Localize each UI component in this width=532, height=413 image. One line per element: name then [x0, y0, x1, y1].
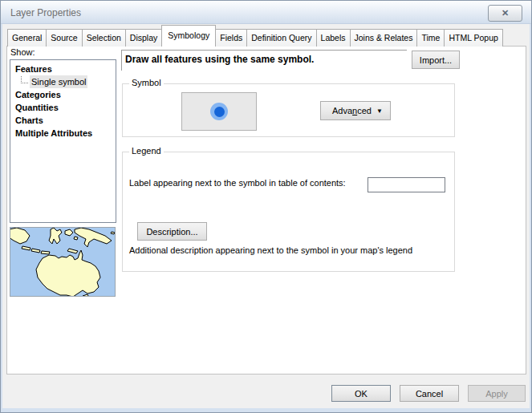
- tree-item-quantities[interactable]: Quantities: [10, 101, 116, 114]
- tab-definition-query[interactable]: Definition Query: [246, 29, 316, 47]
- tab-labels[interactable]: Labels: [316, 29, 351, 47]
- description-button[interactable]: Description...: [137, 222, 207, 241]
- import-button[interactable]: Import...: [412, 51, 460, 69]
- tab-joins-relates[interactable]: Joins & Relates: [350, 29, 418, 47]
- symbol-preview-button[interactable]: [181, 92, 257, 131]
- apply-button: Apply: [468, 385, 526, 402]
- tree-item-features[interactable]: Features: [10, 63, 116, 75]
- tree-item-single-symbol[interactable]: Single symbol: [10, 75, 116, 88]
- legend-label-caption: Label appearing next to the symbol in ta…: [129, 178, 346, 188]
- tree-item-multiple-attributes[interactable]: Multiple Attributes: [10, 127, 116, 140]
- ok-button[interactable]: OK: [331, 385, 391, 402]
- renderer-tree: Features Single symbol Categories Quanti…: [10, 59, 116, 223]
- tree-connector: [21, 76, 28, 83]
- cancel-button[interactable]: Cancel: [400, 385, 459, 402]
- tab-general[interactable]: General: [7, 29, 47, 47]
- symbol-groupbox-title: Symbol: [129, 78, 164, 87]
- close-button[interactable]: ✕: [488, 5, 522, 22]
- map-preview: [10, 227, 116, 297]
- tab-strip: General Source Selection Display Symbolo…: [7, 25, 502, 47]
- window-title: Layer Properties: [10, 7, 81, 18]
- renderer-heading: Draw all features using the same symbol.: [121, 50, 407, 71]
- tab-source[interactable]: Source: [46, 29, 82, 47]
- tree-item-categories[interactable]: Categories: [10, 88, 116, 101]
- tab-symbology[interactable]: Symbology: [161, 25, 216, 47]
- show-label: Show:: [10, 47, 35, 57]
- legend-label-input[interactable]: [368, 177, 445, 192]
- advanced-dropdown-button[interactable]: Advanced ▼: [320, 101, 391, 120]
- symbol-groupbox: Symbol: [122, 83, 455, 137]
- map-preview-svg: [10, 228, 115, 296]
- point-symbol-icon: [214, 107, 225, 117]
- tab-display[interactable]: Display: [125, 29, 162, 47]
- legend-description-caption: Additional description appearing next to…: [129, 245, 412, 255]
- close-icon: ✕: [502, 8, 509, 18]
- tree-item-charts[interactable]: Charts: [10, 114, 116, 127]
- tab-fields[interactable]: Fields: [215, 29, 247, 47]
- point-symbol-halo: [210, 103, 228, 120]
- legend-groupbox-title: Legend: [129, 146, 164, 156]
- title-bar: Layer Properties: [1, 1, 531, 24]
- chevron-down-icon: ▼: [376, 107, 383, 115]
- advanced-button-label: Advanced: [332, 106, 372, 115]
- tab-html-popup[interactable]: HTML Popup: [444, 29, 502, 47]
- tab-time[interactable]: Time: [416, 29, 445, 47]
- tab-selection[interactable]: Selection: [82, 29, 126, 47]
- tree-item-single-symbol-label: Single symbol: [30, 75, 87, 88]
